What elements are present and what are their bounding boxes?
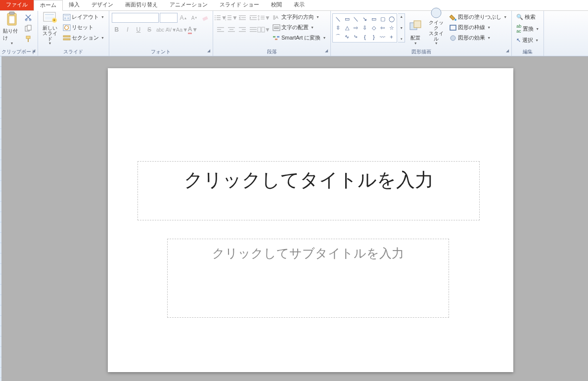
shape-outline-button[interactable]: 図形の枠線▼ [448, 23, 509, 32]
shape-line-icon[interactable]: ＼ [334, 15, 342, 23]
select-button[interactable]: ↖選択▼ [514, 36, 541, 45]
svg-rect-38 [252, 17, 257, 18]
shapes-scroll[interactable]: ▲▼▾ [398, 13, 405, 42]
columns-button[interactable]: ▼ [259, 25, 269, 35]
shape-scribble-icon[interactable]: 〰 [378, 33, 387, 41]
shape-effects-button[interactable]: 図形の効果▼ [448, 33, 509, 42]
tab-insert[interactable]: 挿入 [63, 0, 86, 10]
section-button[interactable]: セクション▼ [61, 33, 106, 42]
tab-review[interactable]: 校閲 [265, 0, 288, 10]
find-button[interactable]: 🔍検索 [514, 12, 541, 22]
align-left-button[interactable] [216, 25, 226, 35]
shape-arrowl-icon[interactable]: ⇦ [378, 24, 387, 32]
align-center-button[interactable] [226, 25, 236, 35]
cut-button[interactable] [23, 12, 33, 22]
decrease-indent-button[interactable] [237, 13, 247, 23]
shape-rect-icon[interactable]: ▭ [343, 15, 351, 23]
svg-rect-54 [250, 31, 257, 32]
drawing-group-label: 図形描画 [411, 49, 431, 54]
shapes-gallery[interactable]: ＼ ▭ ＼ ↘ ▭ ▢ ◯ ⇳ △ ⇨ ⇩ ◇ ⇦ ☆ ⌒ ∿ ⤷ [332, 13, 397, 42]
shape-conn-icon[interactable]: ⤷ [352, 33, 360, 41]
format-painter-button[interactable] [23, 34, 33, 44]
shape-arrowr-icon[interactable]: ⇨ [352, 24, 360, 32]
grow-font-button[interactable]: A▲ [179, 13, 188, 23]
tab-transitions[interactable]: 画面切り替え [119, 0, 164, 10]
underline-button[interactable]: U [134, 25, 143, 35]
text-align-vertical-button[interactable]: 文字の配置▼ [271, 23, 328, 32]
svg-rect-10 [45, 14, 54, 15]
replace-button[interactable]: abac置換▼ [514, 23, 541, 35]
shape-line3-icon[interactable]: ↘ [361, 15, 369, 23]
svg-point-24 [215, 17, 216, 18]
svg-rect-40 [261, 16, 265, 16]
clear-format-button[interactable] [200, 13, 210, 23]
strikethrough-button[interactable]: S [144, 25, 154, 35]
shape-curve-icon[interactable]: ∿ [343, 33, 351, 41]
paste-label: 貼り付け [3, 28, 21, 42]
shape-arrowd-icon[interactable]: ⇩ [361, 24, 369, 32]
shape-brace-icon[interactable]: { [361, 33, 369, 41]
arrange-button[interactable]: 配置▼ [405, 12, 426, 46]
svg-rect-50 [242, 29, 246, 30]
char-spacing-button[interactable]: AV▼ [166, 25, 176, 35]
subtitle-placeholder-text: クリックしてサブタイトルを入力 [212, 245, 404, 261]
tab-bar: ファイル ホーム 挿入 デザイン 画面切り替え アニメーション スライド ショー… [0, 0, 588, 11]
shape-tb-icon[interactable]: ⇳ [334, 24, 342, 32]
shape-star-icon[interactable]: ☆ [387, 24, 396, 32]
copy-button[interactable] [23, 23, 33, 33]
numbering-button[interactable]: 123▼ [226, 13, 236, 23]
tab-animations[interactable]: アニメーション [164, 0, 214, 10]
font-size-select[interactable] [160, 13, 178, 23]
shape-fill-button[interactable]: 図形の塗りつぶし▼ [448, 12, 509, 22]
outline-icon [450, 25, 456, 31]
tab-slideshow[interactable]: スライド ショー [214, 0, 265, 10]
font-family-select[interactable] [112, 13, 159, 23]
font-group-label: フォント [151, 49, 171, 54]
justify-button[interactable] [248, 25, 258, 35]
quick-styles-button[interactable]: クイック スタイル▼ [426, 12, 447, 46]
tab-view[interactable]: 表示 [288, 0, 311, 10]
subtitle-placeholder[interactable]: クリックしてサブタイトルを入力 [167, 239, 449, 318]
tab-file[interactable]: ファイル [0, 0, 34, 10]
svg-point-67 [454, 19, 456, 21]
increase-indent-button[interactable] [248, 13, 258, 23]
dialog-launcher-icon[interactable]: ◢ [32, 48, 35, 53]
shape-diamond-icon[interactable]: ◇ [369, 24, 378, 32]
svg-rect-15 [64, 15, 69, 16]
title-placeholder[interactable]: クリックしてタイトルを入力 [137, 161, 480, 220]
shape-tri-icon[interactable]: △ [343, 24, 351, 32]
svg-rect-59 [274, 27, 279, 27]
line-spacing-button[interactable]: ▼ [259, 13, 269, 23]
smartart-icon [273, 35, 280, 41]
font-color-button[interactable]: A▼ [188, 25, 198, 35]
dialog-launcher-icon[interactable]: ◢ [325, 48, 328, 53]
group-font: A▲ A▼ B I U S abc AV▼ Aa▼ A▼ フォント◢ [109, 11, 213, 56]
tab-home[interactable]: ホーム [34, 0, 63, 11]
shadow-button[interactable]: abc [155, 25, 165, 35]
reset-button[interactable]: リセット [61, 23, 106, 32]
bullets-button[interactable]: ▼ [216, 13, 226, 23]
dialog-launcher-icon[interactable]: ◢ [207, 48, 210, 53]
new-slide-button[interactable]: ✶ 新しい スライド ▼ [40, 12, 60, 46]
shape-rr-icon[interactable]: ▢ [378, 15, 387, 23]
smartart-button[interactable]: SmartArt に変換▼ [271, 33, 328, 42]
dialog-launcher-icon[interactable]: ◢ [506, 48, 509, 53]
shape-oval-icon[interactable]: ◯ [387, 15, 396, 23]
shape-rect2-icon[interactable]: ▭ [369, 15, 378, 23]
italic-button[interactable]: I [123, 25, 133, 35]
layout-button[interactable]: レイアウト▼ [61, 12, 106, 22]
tab-design[interactable]: デザイン [86, 0, 119, 10]
shape-plus-icon[interactable]: ＋ [387, 33, 396, 41]
shape-line2-icon[interactable]: ＼ [352, 15, 360, 23]
paste-button[interactable]: 貼り付け ▼ [1, 12, 22, 46]
bold-button[interactable]: B [112, 25, 122, 35]
shape-brace2-icon[interactable]: } [369, 33, 378, 41]
svg-rect-43 [217, 27, 224, 28]
reset-icon [63, 25, 70, 31]
shrink-font-button[interactable]: A▼ [189, 13, 199, 23]
change-case-button[interactable]: Aa▼ [177, 25, 187, 35]
shape-arc-icon[interactable]: ⌒ [334, 33, 342, 41]
text-direction-button[interactable]: ||A文字列の方向▼ [271, 12, 328, 22]
slide[interactable]: クリックしてタイトルを入力 クリックしてサブタイトルを入力 [108, 68, 513, 372]
align-right-button[interactable] [237, 25, 247, 35]
